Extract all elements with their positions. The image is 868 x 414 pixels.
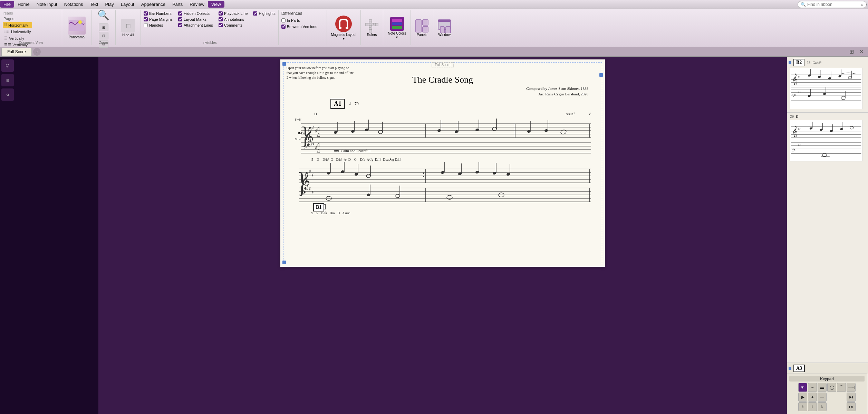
tab-add-btn[interactable]: + bbox=[33, 48, 41, 56]
keypad-play-btn[interactable]: ▶ bbox=[798, 393, 807, 402]
menu-item-view[interactable]: View bbox=[208, 1, 224, 8]
hide-all-btn[interactable]: ◻ Hide All bbox=[118, 17, 138, 38]
keypad-double-rewind-btn[interactable]: ⏭ bbox=[847, 402, 856, 411]
keypad-empty-3 bbox=[827, 402, 836, 411]
svg-point-52 bbox=[527, 130, 531, 133]
tab-full-score[interactable]: Full Score bbox=[1, 48, 32, 56]
keypad-sharp-btn[interactable]: ♯ bbox=[808, 402, 817, 411]
zoom-small-btn-1[interactable]: ⊞ bbox=[99, 23, 108, 31]
svg-point-89 bbox=[423, 176, 424, 177]
menu-item-layout[interactable]: Layout bbox=[117, 1, 138, 8]
svg-point-38 bbox=[365, 128, 369, 132]
svg-text:♯: ♯ bbox=[312, 125, 315, 130]
mini-meas-29: 29 bbox=[790, 115, 794, 119]
note-colors-btn[interactable]: Note Colors ▼ bbox=[386, 16, 407, 40]
mini-section-29: 29 D 𝄞 ♯♯ bbox=[787, 113, 868, 363]
mixer-btn[interactable]: ⊟ bbox=[1, 74, 14, 86]
zoom-btn[interactable]: 🔍 bbox=[95, 8, 112, 22]
horizontally-btn-2[interactable]: ⠿⠿ Horizontally bbox=[3, 29, 32, 35]
chord-asus4: Asus⁴ bbox=[566, 112, 575, 116]
panels-btn[interactable]: Panels bbox=[414, 18, 430, 38]
search-icon: 🔍 bbox=[801, 2, 806, 7]
keypad-eye-btn[interactable]: 👁 bbox=[798, 383, 807, 392]
keypad-flat-btn[interactable]: ♭ bbox=[818, 402, 827, 411]
svg-text:♯♯: ♯♯ bbox=[798, 144, 801, 147]
attachment-lines-checkbox[interactable]: Attachment Lines bbox=[178, 23, 213, 28]
keypad-empty-4 bbox=[837, 402, 846, 411]
rulers-btn[interactable]: Rulers bbox=[364, 18, 380, 38]
menu-item-play[interactable]: Play bbox=[102, 1, 117, 8]
chevron-down-icon: ▼ bbox=[865, 3, 868, 6]
horizontally-btn-1[interactable]: ⠿ Horizontally bbox=[3, 22, 32, 28]
svg-text:♯: ♯ bbox=[309, 169, 311, 174]
svg-text:♯: ♯ bbox=[311, 190, 314, 195]
svg-point-132 bbox=[828, 77, 831, 80]
tab-settings-btn[interactable]: ✕ bbox=[857, 48, 867, 55]
section-a3: A3 bbox=[793, 365, 805, 372]
svg-point-96 bbox=[492, 171, 496, 175]
keypad-arc-btn[interactable]: ⌒ bbox=[837, 383, 846, 392]
find-ribbon-input[interactable] bbox=[807, 2, 859, 7]
keypad-bracket-btn[interactable]: ⊢⊣ bbox=[847, 383, 856, 392]
svg-rect-18 bbox=[423, 27, 428, 32]
playback-line-checkbox[interactable]: Playback Line bbox=[219, 11, 248, 16]
handles-checkbox[interactable]: Handles bbox=[144, 23, 173, 28]
spreads-label: reads bbox=[3, 11, 13, 17]
page-margins-checkbox[interactable]: Page Margins bbox=[144, 17, 173, 22]
ribbon-group-document-view: reads Pages ⠿ Horizontally ⠿⠿ Horizontal… bbox=[0, 10, 62, 45]
svg-text:Calm and Peacefull: Calm and Peacefull bbox=[341, 149, 370, 153]
face-emoji-btn[interactable]: ☺ bbox=[1, 59, 14, 72]
window-btn[interactable]: Window bbox=[436, 18, 453, 38]
between-versions-checkbox[interactable]: Between Versions bbox=[281, 24, 317, 29]
keypad-rewind-btn[interactable]: ⏮ bbox=[847, 393, 856, 402]
keypad-rest-btn[interactable]: — bbox=[818, 393, 827, 402]
menu-item-notations[interactable]: Notations bbox=[61, 1, 87, 8]
right-panel: B2 25 Gadd⁹ 𝄞 ♯♯ bbox=[787, 57, 868, 414]
keypad-minus-btn[interactable]: − bbox=[808, 383, 817, 392]
menu-item-file[interactable]: File bbox=[0, 1, 14, 8]
bar-numbers-checkbox[interactable]: Bar Numbers bbox=[144, 11, 173, 16]
svg-point-165 bbox=[840, 128, 843, 131]
svg-text:𝄢: 𝄢 bbox=[792, 93, 795, 99]
svg-point-1 bbox=[78, 20, 82, 24]
svg-text:♯: ♯ bbox=[311, 172, 314, 178]
menu-item-review[interactable]: Review bbox=[186, 1, 208, 8]
svg-point-134 bbox=[838, 75, 841, 78]
svg-point-98 bbox=[506, 172, 510, 176]
svg-point-88 bbox=[423, 172, 424, 174]
scroll-indicator-a3 bbox=[789, 367, 791, 370]
svg-text:♯: ♯ bbox=[312, 142, 315, 147]
keypad-circle-btn[interactable]: ◯ bbox=[827, 383, 836, 392]
svg-point-54 bbox=[544, 129, 548, 132]
highlights-checkbox[interactable]: Highlights bbox=[253, 11, 275, 16]
menu-item-home[interactable]: Home bbox=[14, 1, 33, 8]
tab-expand-btn[interactable]: ⊞ bbox=[847, 48, 857, 55]
hidden-objects-checkbox[interactable]: Hidden Objects bbox=[178, 11, 213, 16]
panorama-btn[interactable]: Panorama bbox=[65, 15, 88, 40]
layout-marks-checkbox[interactable]: Layout Marks bbox=[178, 17, 213, 22]
keypad: Keypad 👁 − ▬ ◯ ⌒ ⊢⊣ ▶ ● — ⏮ ♮ bbox=[787, 374, 867, 414]
settings-btn[interactable]: ⚙ bbox=[1, 88, 14, 101]
in-parts-checkbox[interactable]: In Parts bbox=[281, 18, 300, 23]
magnetic-layout-btn[interactable]: Magnetic Layout ▼ bbox=[330, 14, 358, 42]
menu-item-note-input[interactable]: Note Input bbox=[33, 1, 61, 8]
keypad-bar-btn[interactable]: ▬ bbox=[818, 383, 827, 392]
svg-text:𝄢: 𝄢 bbox=[792, 148, 795, 154]
chord-row-2: 5 D D/f# G D/f# -/e D G D/a A⁷/g D/f# Ds… bbox=[294, 158, 591, 162]
main-area: ☺ ⊟ ⚙ Full Score Open your bellow before… bbox=[0, 57, 868, 414]
menu-item-text[interactable]: Text bbox=[87, 1, 102, 8]
ribbon-group-panels: Panels bbox=[411, 10, 433, 45]
vertically-btn-1[interactable]: ☰ Vertically bbox=[3, 35, 32, 41]
svg-point-110 bbox=[366, 193, 370, 197]
annotations-checkbox[interactable]: Annotations bbox=[219, 17, 248, 22]
keypad-natural-btn[interactable]: ♮ bbox=[798, 402, 807, 411]
zoom-small-btn-2[interactable]: ⊡ bbox=[99, 32, 108, 39]
keypad-dot-btn[interactable]: ● bbox=[808, 393, 817, 402]
comments-checkbox[interactable]: Comments bbox=[219, 23, 248, 28]
differences-title: Differences bbox=[281, 11, 302, 18]
mini-a3-row: A3 bbox=[787, 363, 868, 374]
svg-point-79 bbox=[327, 171, 331, 175]
find-ribbon-box: 🔍 ▲ ▼ bbox=[798, 1, 867, 8]
menu-item-parts[interactable]: Parts bbox=[169, 1, 186, 8]
menu-item-appearance[interactable]: Appearance bbox=[138, 1, 169, 8]
